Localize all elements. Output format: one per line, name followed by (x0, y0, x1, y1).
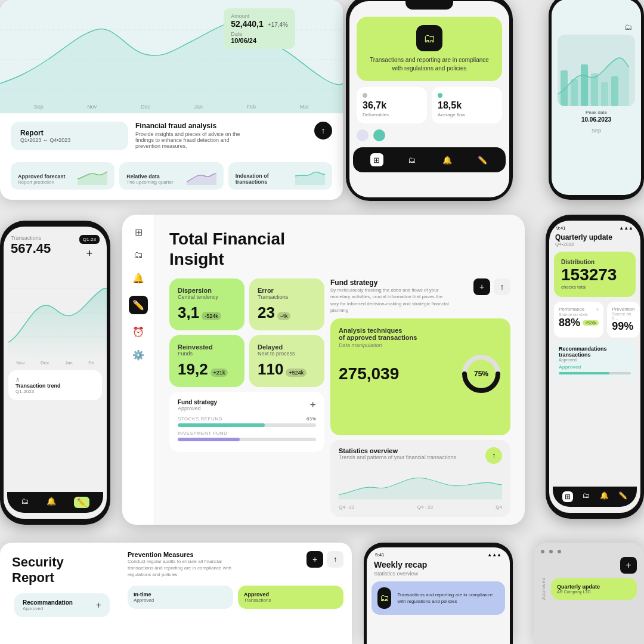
nav-folder-ml[interactable]: 🗂 (21, 497, 29, 508)
tab-label-2b: transactions (236, 179, 269, 185)
nav-edit-ml[interactable]: ✏️ (74, 497, 89, 508)
nav-folder-mr[interactable]: 🗂 (583, 491, 590, 502)
nav-bell-ml[interactable]: 🔔 (47, 497, 56, 508)
progress-pct-0: 63% (306, 416, 316, 422)
recomm-title-bl: Recommandation (23, 599, 73, 606)
pbr-q-title: Quarterly update (557, 584, 631, 590)
recomm-title: Recommandations transactions (559, 346, 631, 358)
phone-top-center: 🗂 Transactions and reporting are in comp… (346, 0, 513, 201)
right-chart-area (558, 35, 635, 106)
plus-icon-perf[interactable]: + (596, 306, 599, 312)
mr-stat-label-0: Perfomance (559, 306, 584, 312)
mr-stat-val-1: 99% (612, 320, 633, 332)
metrics-grid: Dispersion Central tendency 3,1 -524k Er… (169, 278, 324, 387)
dot-1 (541, 550, 544, 553)
metric-delayed: Delayed Next to process 110 +524k (249, 335, 324, 387)
fund-strategy-header: Fund strategy By meticulously tracking t… (330, 278, 510, 314)
peak-date-label: Peak date (552, 106, 641, 116)
sidebar-settings-icon[interactable]: ⚙️ (132, 349, 144, 361)
nav-edit-icon[interactable]: ✏️ (476, 153, 489, 166)
metric-sub-3: Next to process (258, 351, 316, 357)
tab-indexation[interactable]: Indexation of transactions (228, 162, 332, 190)
main-grid: Dispersion Central tendency 3,1 -524k Er… (169, 278, 510, 517)
fs-btn-add[interactable]: + (473, 278, 490, 295)
status-icons-mr: ▲▲▲ (619, 225, 633, 231)
so-up-button[interactable]: ↑ (485, 447, 502, 464)
ml-header: Transactions 567.45 Q1-23 + (4, 227, 107, 265)
dist-sub: checks total (561, 284, 628, 290)
top-chart-area: Amount 52,440,1 +17,4% Date 10/06/24 Sep… (0, 0, 343, 113)
phone-mid-left: Transactions 567.45 Q1-23 + (0, 221, 110, 525)
tab-relative-data[interactable]: Relative data The upcoming quarter (119, 162, 223, 190)
fund-strategy-card: Fund strategy Approved + STOCKS REFUND 6… (169, 392, 324, 452)
analysis-title: Financial fraud analysis (135, 122, 243, 130)
bl-card-sub-0: Approved (134, 597, 227, 603)
metric-sub-1: Transactions (258, 294, 316, 300)
nav-bell-mr[interactable]: 🔔 (600, 491, 609, 502)
pbc-card-text: Transactions and reporting are in compli… (397, 592, 499, 605)
stats-row: 36,7k Deliverables 18,5k Average flow (357, 87, 502, 123)
recomm-sub: Approved (559, 358, 631, 362)
add-icon-ml[interactable]: + (86, 247, 93, 259)
compliance-card: 🗂 Transactions and reporting are in comp… (357, 17, 502, 81)
amount-big: 567.45 (11, 241, 51, 256)
status-time-mr: 9:41 (556, 225, 566, 231)
bottom-nav-center: ⊞ 🗂 🔔 ✏️ (353, 147, 506, 172)
fsc-plus-icon[interactable]: + (309, 399, 316, 411)
pbr-q-company: AR Company LTD. (557, 590, 631, 594)
sidebar-folder-icon[interactable]: 🗂 (134, 250, 143, 261)
phone-screen-right-top: 🗂 🔔 ✏️ ⏰ ⚙️ Peak date 10.06.2023 Sep (552, 0, 641, 195)
ml-x-labels: Nov Dec Jan Fe (4, 360, 107, 366)
dot-deliverables (363, 93, 367, 98)
report-box: Report Q1•2023 ↔ Q4•2023 (11, 122, 128, 150)
mr-stat-val-0: 88% (559, 317, 580, 329)
sidebar-clock-icon[interactable]: ⏰ (132, 326, 144, 338)
sidebar-grid-icon[interactable]: ⊞ (135, 227, 143, 238)
recomm-plus-icon[interactable]: + (96, 600, 101, 611)
trend-label: Transaction trend (16, 383, 61, 389)
upload-button[interactable]: ↑ (314, 122, 332, 140)
prev-up-btn[interactable]: ↑ (327, 551, 343, 568)
sidebar-edit-icon[interactable]: ✏️ (129, 296, 148, 314)
chart-tooltip: Amount 52,440,1 +17,4% Date 10/06/24 (224, 8, 295, 49)
pbr-approved-label: Approved (541, 577, 546, 600)
phone-screen-center-top: 🗂 Transactions and reporting are in comp… (349, 1, 509, 197)
stat-label-0: Deliverables (363, 112, 421, 117)
metric-val-0: 3,1 (178, 304, 199, 322)
nav-bell-icon[interactable]: 🔔 (441, 153, 454, 166)
folder-icon-r[interactable]: 🗂 (624, 23, 634, 32)
phone-bottom-right: + Approved Quarterly update AR Company L… (534, 543, 644, 644)
progress-fill-0 (178, 423, 265, 427)
metric-dispersion: Dispersion Central tendency 3,1 -524k (169, 278, 244, 330)
dot-2 (373, 129, 385, 141)
pbr-dots (541, 550, 637, 553)
fs-btn-up[interactable]: ↑ (494, 278, 510, 295)
sidebar-bell-icon[interactable]: 🔔 (132, 273, 144, 284)
pbc-title: Weekly recap (367, 560, 510, 571)
pbr-plus-btn[interactable]: + (620, 557, 637, 574)
mr-title: Quarterly update (549, 233, 640, 242)
ac-title2: of approved transactions (339, 334, 502, 341)
fs-title: Fund strategy (330, 278, 450, 287)
bl-prev-desc: Conduct regular audits to ensure all fin… (128, 558, 247, 578)
bl-prev-title: Prevention Measures (128, 551, 247, 558)
compliance-text: Transactions and reporting are in compli… (365, 56, 494, 73)
mr-subtitle: Q4•2023 (549, 242, 640, 247)
metric-change-1: -4k (277, 312, 291, 320)
nav-edit-mr[interactable]: ✏️ (618, 491, 627, 502)
metric-label-1: Error (258, 287, 316, 294)
metric-sub-0: Central tendency (178, 294, 236, 300)
prev-plus-btn[interactable]: + (306, 551, 323, 568)
folder-icon: 🗂 (416, 25, 442, 51)
metric-label-3: Delayed (258, 343, 316, 351)
nav-grid-icon[interactable]: ⊞ (370, 153, 383, 166)
pbr-quarterly-card: Quarterly update AR Company LTD. (551, 578, 637, 600)
tablet-sidebar: ⊞ 🗂 🔔 ✏️ ⏰ ⚙️ (122, 215, 155, 525)
report-section: Report Q1•2023 ↔ Q4•2023 Financial fraud… (0, 113, 343, 159)
nav-folder-icon[interactable]: 🗂 (405, 153, 419, 166)
metric-error: Error Transactions 23 -4k (249, 278, 324, 330)
nav-grid-mr[interactable]: ⊞ (562, 491, 573, 502)
trend-period: Q1-2023 (16, 389, 61, 394)
tab-approved-forecast[interactable]: Approved forecast Report prediction (11, 162, 114, 190)
donut-chart: 75% (460, 353, 502, 395)
